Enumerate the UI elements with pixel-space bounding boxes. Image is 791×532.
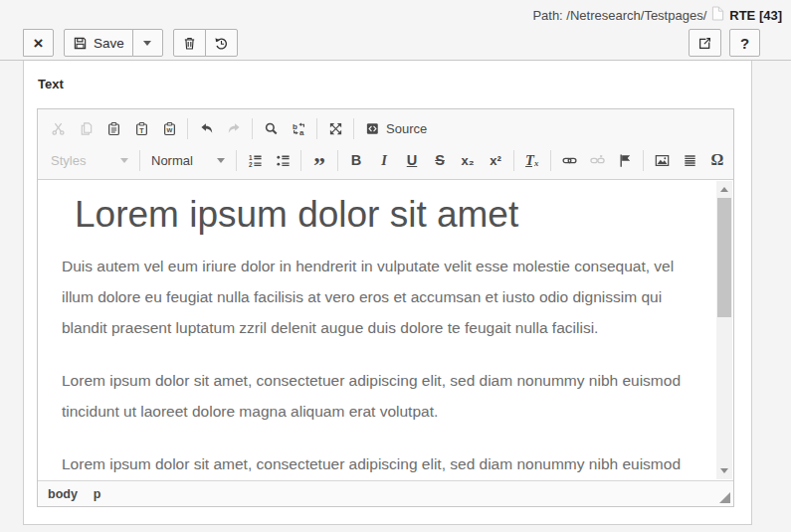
replace-icon: ba xyxy=(292,121,306,136)
close-button[interactable]: × xyxy=(23,29,54,57)
toolbar-separator xyxy=(252,118,253,139)
copy-icon xyxy=(79,121,94,136)
editor-heading[interactable]: Lorem ipsum dolor sit amet xyxy=(75,192,682,238)
paste-text-button[interactable]: T xyxy=(128,115,154,141)
scrollbar[interactable] xyxy=(716,181,732,479)
scrollbar-up-button[interactable] xyxy=(716,183,732,196)
rte-editable-area[interactable]: Lorem ipsum dolor sit amet Duis autem ve… xyxy=(38,180,733,480)
link-button[interactable] xyxy=(556,147,582,173)
chevron-down-icon xyxy=(143,41,151,46)
toolbar-separator xyxy=(550,150,551,171)
bulleted-list-button[interactable] xyxy=(270,147,296,173)
save-icon xyxy=(73,36,88,51)
italic-button[interactable]: I xyxy=(371,147,397,173)
editor-paragraph[interactable]: Lorem ipsum dolor sit amet, consectetuer… xyxy=(62,365,682,427)
form-panel: Text TWbaSource StylesNormal12”BIUSx₂x²T… xyxy=(23,61,752,525)
maximize-button[interactable] xyxy=(322,115,348,141)
italic-icon: I xyxy=(381,152,387,169)
bulleted-list-icon xyxy=(276,153,291,168)
toolbar-separator xyxy=(300,150,301,171)
svg-text:b: b xyxy=(292,121,297,130)
element-path-item[interactable]: body xyxy=(48,487,78,501)
scrollbar-down-button[interactable] xyxy=(716,464,732,477)
link-icon xyxy=(562,153,577,168)
open-in-new-window-icon xyxy=(697,36,712,51)
svg-text:1: 1 xyxy=(248,153,252,160)
chevron-down-icon xyxy=(120,158,128,163)
format-dropdown-label: Normal xyxy=(151,153,193,168)
editor-paragraph[interactable]: Duis autem vel eum iriure dolor in hendr… xyxy=(62,251,682,343)
rte-toolbar: TWbaSource StylesNormal12”BIUSx₂x²TₓΩ xyxy=(38,109,733,180)
close-icon: × xyxy=(34,35,44,52)
svg-text:W: W xyxy=(166,126,172,133)
save-button[interactable]: Save xyxy=(64,29,133,57)
delete-button[interactable] xyxy=(173,29,206,57)
horizontal-line-icon xyxy=(683,153,697,168)
toolbar-separator xyxy=(337,150,338,171)
source-button[interactable]: Source xyxy=(359,115,433,141)
anchor-button[interactable] xyxy=(612,147,638,173)
arrow-up-icon xyxy=(720,187,728,192)
numbered-list-button[interactable]: 12 xyxy=(242,147,268,173)
docheader: Path: /Netresearch/Testpages/ RTE [43] ×… xyxy=(0,0,791,61)
undo-icon xyxy=(199,121,214,136)
superscript-button[interactable]: x² xyxy=(483,147,508,173)
source-button-label: Source xyxy=(386,121,427,136)
breadcrumb: Path: /Netresearch/Testpages/ RTE [43] xyxy=(532,6,782,24)
blockquote-button[interactable]: ” xyxy=(306,147,332,173)
strikethrough-button[interactable]: S xyxy=(427,147,453,173)
history-icon xyxy=(214,36,229,51)
format-dropdown[interactable]: Normal xyxy=(144,147,232,173)
horizontal-line-button[interactable] xyxy=(677,147,702,173)
unlink-button xyxy=(584,147,610,173)
find-icon xyxy=(264,121,279,136)
remove-format-button[interactable]: Tₓ xyxy=(519,147,545,173)
find-button[interactable] xyxy=(258,115,284,141)
chevron-down-icon xyxy=(217,158,225,163)
toolbar-separator xyxy=(187,118,188,139)
superscript-icon: x² xyxy=(490,153,501,168)
toolbar-separator xyxy=(139,150,140,171)
save-options-button[interactable] xyxy=(132,29,163,57)
image-icon xyxy=(655,153,670,168)
styles-dropdown: Styles xyxy=(44,147,135,173)
special-char-icon: Ω xyxy=(711,151,724,169)
undo-button[interactable] xyxy=(193,115,219,141)
special-char-button[interactable]: Ω xyxy=(704,147,730,173)
editor-paragraph[interactable]: Lorem ipsum dolor sit amet, consectetuer… xyxy=(62,448,682,480)
paste-button[interactable] xyxy=(100,115,126,141)
anchor-icon xyxy=(618,153,633,168)
paste-text-icon: T xyxy=(134,121,149,136)
arrow-down-icon xyxy=(720,468,728,473)
subscript-button[interactable]: x₂ xyxy=(455,147,481,173)
underline-button[interactable]: U xyxy=(399,147,425,173)
subscript-icon: x₂ xyxy=(461,153,474,168)
open-in-new-window-button[interactable] xyxy=(689,29,721,57)
rich-text-editor: TWbaSource StylesNormal12”BIUSx₂x²TₓΩ Lo… xyxy=(37,108,734,507)
underline-icon: U xyxy=(407,152,417,168)
svg-text:a: a xyxy=(299,127,304,135)
paste-icon xyxy=(106,121,121,136)
help-icon: ? xyxy=(740,35,749,52)
scrollbar-thumb[interactable] xyxy=(717,198,731,317)
toolbar-separator xyxy=(643,150,644,171)
image-button[interactable] xyxy=(649,147,675,173)
bold-button[interactable]: B xyxy=(343,147,369,173)
help-button[interactable]: ? xyxy=(729,29,760,57)
field-label: Text xyxy=(38,77,64,91)
toolbar-separator xyxy=(316,118,317,139)
replace-button[interactable]: ba xyxy=(286,115,311,141)
toolbar-separator xyxy=(513,150,514,171)
cut-icon xyxy=(51,121,66,136)
save-button-label: Save xyxy=(94,36,124,51)
record-title: RTE [43] xyxy=(729,8,782,23)
element-path-item[interactable]: p xyxy=(94,487,101,501)
svg-text:2: 2 xyxy=(248,160,252,167)
toolbar-separator xyxy=(353,118,354,139)
unlink-icon xyxy=(590,153,605,168)
copy-button xyxy=(73,115,99,141)
cut-button xyxy=(45,115,71,141)
history-button[interactable] xyxy=(205,29,238,57)
paste-word-button[interactable]: W xyxy=(156,115,182,141)
resize-handle-icon[interactable] xyxy=(719,492,730,503)
